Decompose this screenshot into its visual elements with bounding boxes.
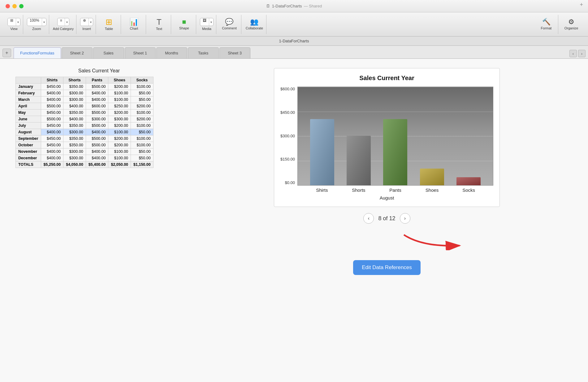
minimize-button[interactable]	[12, 4, 17, 8]
zoom-dropdown-arrow[interactable]: ▾	[42, 18, 46, 26]
format-icon: 🔨	[542, 19, 551, 25]
table-icon: ⊞	[106, 18, 112, 26]
table-row[interactable]: February$400.00$300.00$400.00$100.00$50.…	[16, 90, 153, 97]
table-row[interactable]: July$450.00$350.00$500.00$200.00$100.00	[16, 122, 153, 129]
add-category-icon[interactable]: ≡	[58, 18, 65, 26]
shape-button[interactable]: ■ Shape	[175, 15, 193, 34]
media-icon[interactable]: 🖼	[200, 18, 209, 26]
view-combo[interactable]: ⊞ ▾ View	[7, 15, 20, 34]
x-axis-label: Pants	[377, 187, 414, 193]
comment-button[interactable]: 💬 Comment	[220, 15, 239, 34]
view-label: View	[10, 27, 18, 31]
document-title: 1-DataForCharts	[279, 39, 309, 43]
text-label: Text	[156, 27, 162, 31]
tab-months[interactable]: Months	[156, 47, 187, 58]
table-row[interactable]: November$400.00$300.00$400.00$100.00$50.…	[16, 148, 153, 155]
text-icon: T	[157, 18, 162, 26]
zoom-combo[interactable]: 100% ▾ Zoom	[27, 15, 46, 34]
col-header-row	[16, 77, 41, 84]
insert-icon[interactable]: ⊕	[80, 18, 89, 26]
y-axis-label: $450.00	[280, 110, 295, 115]
x-axis-label: Socks	[450, 187, 487, 193]
tab-functions-formulas[interactable]: FunctionsFormulas	[14, 47, 61, 58]
x-axis-label: Shorts	[340, 187, 377, 193]
tab-sales[interactable]: Sales	[93, 47, 124, 58]
table-row[interactable]: May$450.00$350.00$500.00$200.00$100.00	[16, 109, 153, 116]
chart-container: Sales Current Year $600.00$450.00$300.00…	[274, 68, 500, 207]
expand-icon[interactable]: +	[580, 2, 583, 8]
add-sheet-button[interactable]: +	[2, 49, 11, 57]
chart-bar	[310, 119, 334, 185]
table-row[interactable]: October$450.00$350.00$500.00$200.00$100.…	[16, 142, 153, 148]
tab-sheet3[interactable]: Sheet 3	[219, 47, 250, 58]
tab-sheet2[interactable]: Sheet 2	[62, 47, 93, 58]
x-axis-label: Shirts	[304, 187, 340, 193]
organize-button[interactable]: ⚙ Organize	[562, 15, 581, 34]
organize-icon: ⚙	[568, 19, 574, 25]
chart-button[interactable]: 📊 Chart	[125, 15, 143, 34]
insert-dropdown-arrow[interactable]: ▾	[89, 18, 93, 26]
collaborate-button[interactable]: 👥 Collaborate	[245, 15, 264, 34]
y-axis-label: $0.00	[285, 180, 295, 185]
chart-nav: ‹ 8 of 12 ›	[363, 213, 410, 224]
add-category-label: Add Category	[53, 27, 74, 31]
table-button[interactable]: ⊞ Table	[100, 15, 118, 34]
close-button[interactable]	[6, 4, 10, 8]
table-row[interactable]: December$400.00$300.00$400.00$100.00$50.…	[16, 155, 153, 161]
totals-row: TOTALS$5,250.00$4,050.00$5,400.00$2,050.…	[16, 161, 153, 168]
tab-tasks[interactable]: Tasks	[188, 47, 219, 58]
tab-nav-prev[interactable]: ‹	[569, 50, 577, 57]
view-dropdown-arrow[interactable]: ▾	[16, 18, 20, 26]
tab-nav: ‹ ›	[569, 50, 586, 57]
y-axis-label: $150.00	[280, 157, 295, 161]
table-row[interactable]: June$500.00$400.00$300.00$300.00$200.00	[16, 116, 153, 122]
data-table: Shirts Shorts Pants Shoes Socks January$…	[15, 77, 153, 168]
view-button[interactable]: ⊞	[8, 18, 16, 26]
chart-bar	[420, 169, 444, 185]
bars-row	[298, 87, 493, 185]
maximize-button[interactable]	[19, 4, 24, 8]
comment-icon: 💬	[225, 19, 233, 25]
chart-prev-button[interactable]: ‹	[363, 213, 374, 224]
format-button[interactable]: 🔨 Format	[537, 15, 556, 34]
col-header-shirts: Shirts	[41, 77, 63, 84]
chart-area: Sales Current Year $600.00$450.00$300.00…	[192, 59, 588, 382]
y-axis-label: $600.00	[280, 87, 295, 91]
collaborate-icon: 👥	[250, 19, 258, 25]
tabbar: + FunctionsFormulas Sheet 2 Sales Sheet …	[0, 46, 588, 59]
main-content: Sales Current Year Shirts Shorts Pants S…	[0, 59, 588, 382]
chart-next-button[interactable]: ›	[400, 213, 410, 224]
chart-page-indicator: 8 of 12	[378, 215, 395, 222]
chart-title: Sales Current Year	[280, 75, 493, 82]
table-row[interactable]: March$400.00$300.00$400.00$100.00$50.00	[16, 97, 153, 103]
media-combo[interactable]: 🖼 ▾ Media	[200, 15, 214, 34]
add-category-combo[interactable]: ≡ ▾ Add Category	[53, 15, 74, 34]
text-button[interactable]: T Text	[150, 15, 168, 34]
media-label: Media	[202, 27, 211, 31]
tab-nav-next[interactable]: ›	[578, 50, 586, 57]
chart-bar	[347, 136, 371, 185]
table-row[interactable]: April$500.00$400.00$600.00$250.00$200.00	[16, 103, 153, 109]
col-header-shoes: Shoes	[108, 77, 131, 84]
edit-data-references-button[interactable]: Edit Data References	[353, 260, 421, 275]
table-label: Table	[105, 27, 113, 31]
media-dropdown-arrow[interactable]: ▾	[209, 18, 213, 26]
chart-inner: $600.00$450.00$300.00$150.00$0.00 Shirts…	[280, 87, 493, 193]
table-row[interactable]: September$450.00$350.00$500.00$200.00$10…	[16, 135, 153, 142]
zoom-value[interactable]: 100%	[27, 18, 42, 26]
zoom-label: Zoom	[32, 27, 41, 31]
chart-label: Chart	[130, 27, 138, 30]
arrow-svg	[398, 229, 491, 250]
table-row[interactable]: August$400.00$300.00$400.00$100.00$50.00	[16, 129, 153, 135]
text-group: T Text	[147, 15, 171, 34]
organize-group: ⚙ Organize	[560, 15, 583, 34]
tab-sheet1[interactable]: Sheet 1	[125, 47, 156, 58]
table-row[interactable]: January$450.00$350.00$500.00$200.00$100.…	[16, 84, 153, 90]
x-labels: ShirtsShortsPantsShoesSocks	[297, 186, 493, 193]
add-category-dropdown-arrow[interactable]: ▾	[65, 18, 69, 26]
insert-combo[interactable]: ⊕ ▾ Insert	[80, 15, 93, 34]
comment-label: Comment	[222, 26, 237, 30]
table-group: ⊞ Table	[97, 15, 121, 34]
x-axis-label: Shoes	[414, 187, 451, 193]
view-group: ⊞ ▾ View	[5, 15, 23, 34]
